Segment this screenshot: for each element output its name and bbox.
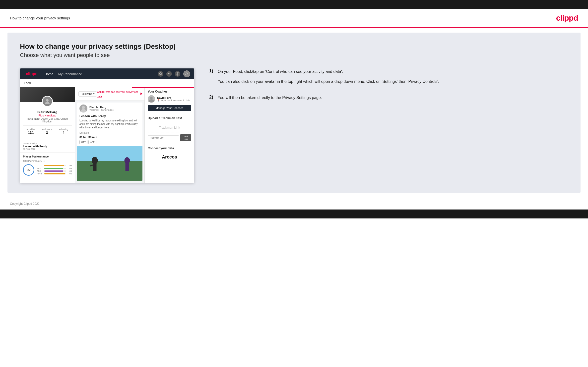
post-header: Blair McHarg Yesterday · Sunningdale bbox=[77, 103, 142, 114]
svg-marker-8 bbox=[140, 93, 142, 95]
app-navbar: clippd Home My Performance bbox=[20, 68, 194, 79]
instruction-1-text: On your Feed, click/tap on 'Control who … bbox=[218, 68, 439, 75]
trackman-input[interactable] bbox=[148, 135, 179, 140]
post-date: Yesterday · Sunningdale bbox=[89, 109, 114, 111]
svg-point-16 bbox=[125, 157, 130, 164]
post-description: Looking to feel like my hands are exitin… bbox=[77, 119, 142, 131]
post-author-name: Blair McHarg bbox=[89, 106, 114, 109]
search-icon[interactable] bbox=[158, 71, 163, 77]
instruction-2: 2) You will then be taken directly to th… bbox=[209, 95, 563, 105]
control-privacy-link[interactable]: Control who can see your activity and da… bbox=[97, 91, 138, 98]
page-heading: How to change your privacy settings (Des… bbox=[20, 43, 568, 51]
content-row: clippd Home My Performance bbox=[20, 68, 568, 183]
feed-header: Following ▾ Control who can see your act… bbox=[75, 87, 144, 101]
post-author-avatar bbox=[79, 105, 87, 112]
add-link-button[interactable]: Add Link bbox=[180, 134, 191, 141]
instructions-panel: 1) On your Feed, click/tap on 'Control w… bbox=[204, 68, 568, 114]
post-image bbox=[77, 146, 142, 181]
profile-info: Blair McHarg Plus Handicap Royal North D… bbox=[20, 108, 75, 140]
top-bar bbox=[0, 0, 588, 9]
svg-rect-12 bbox=[77, 161, 142, 181]
add-circle-icon[interactable] bbox=[175, 71, 180, 77]
following-button[interactable]: Following ▾ bbox=[78, 91, 97, 97]
connect-title: Connect your data bbox=[148, 147, 191, 150]
app-screenshot: clippd Home My Performance bbox=[20, 68, 194, 183]
nav-icons bbox=[158, 70, 190, 77]
app-body: Blair McHarg Plus Handicap Royal North D… bbox=[20, 87, 194, 183]
tag-ott: OTT bbox=[79, 140, 87, 144]
profile-avatar bbox=[42, 96, 53, 107]
svg-point-19 bbox=[150, 97, 153, 99]
bottom-bar bbox=[0, 210, 588, 218]
post-title: Lesson with Fordy bbox=[77, 114, 142, 119]
post-tags: OTT APP bbox=[77, 140, 142, 146]
quality-score: 92 bbox=[23, 164, 34, 176]
coach-row: David Ford 📍 Royal North Devon Golf Club bbox=[148, 95, 191, 103]
nav-home[interactable]: Home bbox=[45, 72, 53, 76]
svg-line-1 bbox=[161, 75, 162, 75]
stat-following: Following 4 bbox=[59, 128, 68, 135]
coaches-title: Your Coaches bbox=[148, 90, 191, 93]
manage-coaches-button[interactable]: Manage Your Coaches bbox=[148, 105, 191, 111]
connect-section: Connect your data Arccos bbox=[145, 144, 194, 165]
post-duration-value: 01 hr : 30 min bbox=[77, 136, 142, 140]
user-avatar-icon[interactable] bbox=[183, 70, 190, 77]
header: How to change your privacy settings clip… bbox=[0, 9, 588, 28]
stat-activities: Activities 131 bbox=[26, 128, 35, 135]
player-performance-section: Player Performance Total Player Quality … bbox=[20, 152, 75, 178]
instruction-1-note: You can also click on your avatar in the… bbox=[218, 78, 439, 85]
instruction-1-number: 1) bbox=[209, 68, 216, 74]
profile-handicap: Plus Handicap bbox=[23, 114, 72, 117]
coach-club: 📍 Royal North Devon Golf Club bbox=[157, 99, 190, 102]
trackman-section: Upload a Trackman Test Trackman Link Add… bbox=[145, 114, 194, 144]
trackman-placeholder: Trackman Link bbox=[148, 122, 191, 133]
instruction-2-text: You will then be taken directly to the P… bbox=[218, 95, 322, 101]
quality-bars: OTT 90 APP 85 ARG bbox=[37, 164, 72, 175]
svg-point-13 bbox=[92, 157, 98, 164]
main-content: How to change your privacy settings (Des… bbox=[7, 33, 581, 193]
svg-point-10 bbox=[82, 106, 85, 109]
latest-activity-section: Latest Activity Lesson with Fordy 03 Aug… bbox=[20, 140, 75, 152]
profile-club: Royal North Devon Golf Club, United King… bbox=[23, 117, 72, 123]
page-subheading: Choose what you want people to see bbox=[20, 52, 568, 58]
logo: clippd bbox=[556, 13, 578, 23]
arccos-logo: Arccos bbox=[148, 152, 191, 162]
instruction-2-number: 2) bbox=[209, 95, 216, 100]
coach-name: David Ford bbox=[157, 96, 190, 99]
instruction-1: 1) On your Feed, click/tap on 'Control w… bbox=[209, 68, 563, 85]
nav-my-performance[interactable]: My Performance bbox=[58, 72, 82, 76]
header-title: How to change your privacy settings bbox=[10, 16, 70, 20]
profile-name: Blair McHarg bbox=[23, 110, 72, 114]
footer: Copyright Clippd 2022 bbox=[0, 198, 588, 210]
right-panel: Your Coaches David Ford 📍 Royal North De… bbox=[144, 87, 194, 183]
post-card: Blair McHarg Yesterday · Sunningdale Les… bbox=[77, 103, 142, 181]
app-logo-inner: clippd bbox=[24, 71, 40, 77]
profile-stats: Activities 131 Followers 3 Following 4 bbox=[23, 125, 72, 135]
coach-avatar bbox=[148, 95, 155, 103]
profile-cover bbox=[20, 87, 75, 102]
svg-rect-11 bbox=[77, 146, 142, 161]
svg-point-0 bbox=[159, 73, 161, 75]
svg-point-7 bbox=[46, 99, 49, 102]
person-icon[interactable] bbox=[166, 71, 172, 77]
coaches-section: Your Coaches David Ford 📍 Royal North De… bbox=[145, 87, 194, 114]
middle-feed: Following ▾ Control who can see your act… bbox=[75, 87, 144, 183]
stat-followers: Followers 3 bbox=[42, 128, 52, 135]
trackman-title: Upload a Trackman Test bbox=[148, 116, 191, 120]
svg-rect-17 bbox=[126, 163, 129, 171]
copyright-text: Copyright Clippd 2022 bbox=[10, 202, 40, 206]
post-duration: Duration bbox=[77, 131, 142, 136]
left-panel: Blair McHarg Plus Handicap Royal North D… bbox=[20, 87, 75, 183]
feed-tab[interactable]: Feed bbox=[20, 79, 35, 87]
tag-app: APP bbox=[88, 140, 96, 144]
